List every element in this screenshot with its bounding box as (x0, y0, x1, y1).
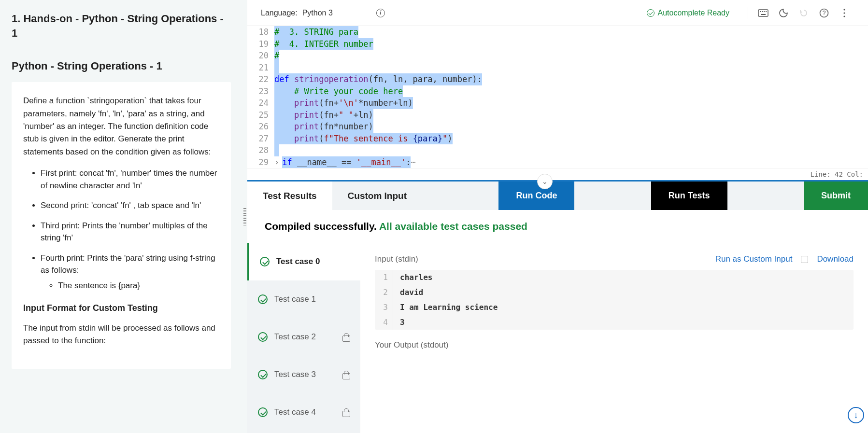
testcase-item[interactable]: Test case 1 (247, 280, 360, 318)
check-icon (258, 332, 268, 342)
chevron-down-icon[interactable]: ⌄ (537, 174, 553, 189)
check-icon (647, 9, 655, 17)
svg-point-10 (843, 15, 845, 17)
section-text: The input from stdin will be processed a… (23, 322, 219, 348)
svg-text:?: ? (823, 10, 826, 16)
list-item: Fourth print: Prints the 'para' string u… (41, 252, 219, 292)
list-item: Third print: Prints the 'number' multipl… (41, 220, 219, 244)
more-icon[interactable] (839, 8, 850, 18)
testcase-item[interactable]: Test case 0 (247, 243, 360, 280)
input-label: Input (stdin) (375, 254, 418, 264)
run-tests-button[interactable]: Run Tests (651, 182, 727, 210)
code-editor[interactable]: 18# 3. STRING para19# 4. INTEGER number2… (247, 26, 868, 168)
autocomplete-status[interactable]: Autocomplete Ready (647, 9, 729, 17)
language-value[interactable]: Python 3 (302, 9, 333, 17)
divider (12, 49, 231, 49)
svg-rect-3 (764, 11, 765, 12)
results-body: Test case 0Test case 1Test case 2Test ca… (247, 243, 868, 433)
divider (748, 7, 748, 19)
scroll-down-button[interactable]: ↓ (848, 407, 864, 423)
svg-rect-5 (761, 14, 766, 15)
list-item: The sentence is {para} (58, 279, 219, 292)
run-code-button[interactable]: Run Code (498, 182, 574, 210)
stdin-block: 1charles2david3I am Learning science43 (375, 270, 854, 330)
check-icon (260, 257, 270, 266)
tab-custom-input[interactable]: Custom Input (332, 182, 422, 210)
problem-subtitle: Python - String Operations - 1 (12, 60, 231, 72)
history-icon[interactable] (798, 8, 809, 18)
problem-panel: 1. Hands-on - Python - String Operations… (0, 0, 242, 433)
download-link[interactable]: Download (817, 254, 854, 264)
info-icon[interactable]: i (376, 9, 385, 17)
lock-icon (342, 371, 350, 378)
lock-icon (342, 333, 350, 341)
svg-point-8 (843, 9, 845, 10)
svg-rect-4 (766, 11, 767, 12)
intro-text: Define a function `stringoperation` that… (23, 95, 219, 158)
testcase-list: Test case 0Test case 1Test case 2Test ca… (247, 243, 360, 433)
stdout-label: Your Output (stdout) (375, 340, 448, 350)
submit-button[interactable]: Submit (804, 182, 868, 210)
editor-toolbar: Language: Python 3 i Autocomplete Ready … (247, 0, 868, 26)
lock-icon (342, 408, 350, 416)
list-item: First print: concat 'fn', 'number' times… (41, 167, 219, 192)
checkbox[interactable] (801, 256, 808, 263)
section-heading: Input Format for Custom Testing (23, 303, 219, 313)
code-panel: Language: Python 3 i Autocomplete Ready … (247, 0, 868, 433)
bullet-list: First print: concat 'fn', 'number' times… (23, 167, 219, 292)
svg-rect-1 (760, 11, 761, 12)
list-item: Second print: 'concat' 'fn' , tab space … (41, 199, 219, 212)
check-icon (258, 294, 268, 304)
svg-rect-0 (758, 10, 768, 16)
results-tabbar: ⌄ Test Results Custom Input Run Code Run… (247, 180, 868, 210)
editor-status: Line: 42 Col: (247, 168, 868, 180)
keyboard-icon[interactable] (758, 8, 768, 18)
language-label: Language: (261, 9, 298, 17)
tab-test-results[interactable]: Test Results (247, 182, 332, 210)
svg-rect-2 (762, 11, 763, 12)
resize-handle[interactable] (242, 0, 247, 433)
svg-point-9 (843, 12, 845, 14)
help-icon[interactable]: ? (819, 8, 829, 18)
check-icon (258, 370, 268, 379)
moon-icon[interactable] (778, 8, 789, 18)
problem-card: Define a function `stringoperation` that… (12, 82, 231, 368)
testcase-item[interactable]: Test case 2 (247, 318, 360, 356)
compile-status: Compiled successfully. All available tes… (247, 210, 868, 243)
output-panel: Input (stdin) Run as Custom Input Downlo… (360, 243, 868, 433)
page-title: 1. Hands-on - Python - String Operations… (12, 12, 231, 40)
run-custom-link[interactable]: Run as Custom Input (715, 254, 793, 264)
testcase-item[interactable]: Test case 4 (247, 393, 360, 431)
testcase-item[interactable]: Test case 3 (247, 356, 360, 393)
check-icon (258, 407, 268, 417)
